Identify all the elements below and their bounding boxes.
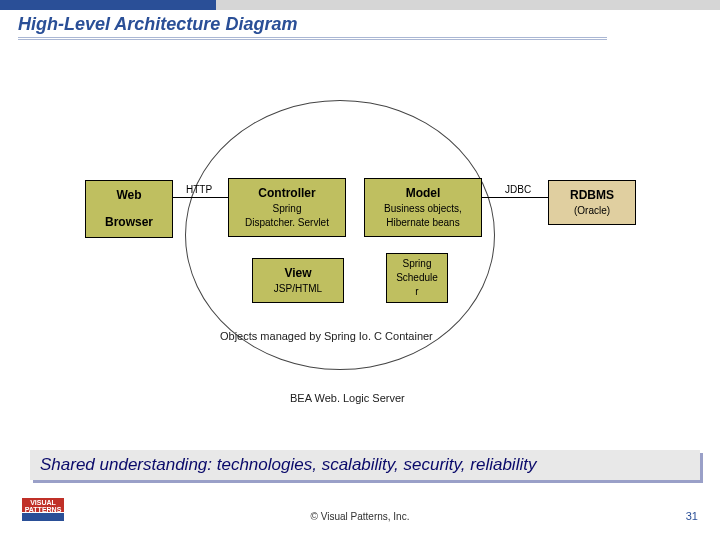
box-controller: Controller Spring Dispatcher. Servlet xyxy=(228,178,346,237)
box-view-sub: JSP/HTML xyxy=(257,282,339,296)
box-sched-1: Spring xyxy=(389,257,445,271)
box-view-head: View xyxy=(257,265,339,282)
box-web-browser: Web Browser xyxy=(85,180,173,238)
box-web-sub: Browser xyxy=(90,214,168,231)
slide-top-bar xyxy=(0,0,720,10)
label-http: HTTP xyxy=(186,184,212,195)
connector-http xyxy=(170,197,230,198)
box-view: View JSP/HTML xyxy=(252,258,344,303)
box-model-sub2: Hibernate beans xyxy=(369,216,477,230)
box-model-head: Model xyxy=(369,185,477,202)
caption-server: BEA Web. Logic Server xyxy=(290,392,405,404)
slide-title: High-Level Architecture Diagram xyxy=(18,14,607,40)
box-model-sub1: Business objects, xyxy=(369,202,477,216)
page-number: 31 xyxy=(686,510,698,522)
label-jdbc: JDBC xyxy=(505,184,531,195)
caption-container: Objects managed by Spring Io. C Containe… xyxy=(220,330,433,342)
copyright: © Visual Patterns, Inc. xyxy=(0,511,720,522)
box-sched-2: Schedule xyxy=(389,271,445,285)
box-scheduler: Spring Schedule r xyxy=(386,253,448,303)
key-takeaway-banner: Shared understanding: technologies, scal… xyxy=(30,450,700,480)
box-controller-sub2: Dispatcher. Servlet xyxy=(233,216,341,230)
box-sched-3: r xyxy=(389,285,445,299)
box-rdbms-sub: (Oracle) xyxy=(553,204,631,218)
logo-text: VISUALPATTERNS xyxy=(22,498,64,512)
box-model: Model Business objects, Hibernate beans xyxy=(364,178,482,237)
box-web-head: Web xyxy=(90,187,168,204)
box-rdbms-head: RDBMS xyxy=(553,187,631,204)
banner-text: Shared understanding: technologies, scal… xyxy=(40,455,536,475)
box-controller-head: Controller xyxy=(233,185,341,202)
box-rdbms: RDBMS (Oracle) xyxy=(548,180,636,225)
connector-jdbc xyxy=(480,197,550,198)
box-controller-sub1: Spring xyxy=(233,202,341,216)
